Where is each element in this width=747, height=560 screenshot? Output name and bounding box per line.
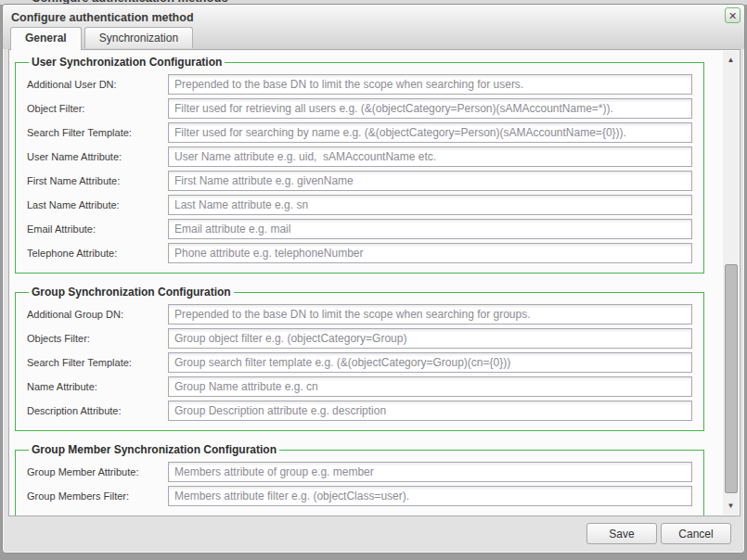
object-filter-input[interactable]: [168, 98, 692, 119]
field-row: Search Filter Template:: [27, 352, 692, 373]
field-row: Objects Filter:: [27, 328, 692, 349]
group-sync-section: Group Synchronization Configuration Addi…: [15, 286, 704, 431]
tab-general[interactable]: General: [10, 27, 82, 50]
tab-strip: General Synchronization: [10, 27, 193, 50]
group-search-filter-template-input[interactable]: [168, 352, 692, 373]
field-row: Search Filter Template:: [27, 122, 692, 143]
dialog-title-bar[interactable]: Configure authentication method ✕ Genera…: [3, 5, 744, 49]
field-label: Object Filter:: [27, 103, 168, 114]
configure-authentication-dialog: Configure authentication method ✕ Genera…: [2, 4, 745, 554]
field-label: Email Attribute:: [27, 223, 168, 235]
first-name-attribute-input[interactable]: [168, 171, 692, 191]
scroll-up-icon[interactable]: ▲: [723, 56, 739, 64]
group-member-sync-section: Group Member Synchronization Configurati…: [15, 443, 704, 516]
dialog-title: Configure authentication method: [11, 11, 194, 24]
field-row: Description Attribute:: [27, 401, 692, 421]
user-sync-legend: User Synchronization Configuration: [29, 56, 225, 69]
user-name-attribute-input[interactable]: [168, 146, 692, 167]
field-row: Additional User DN:: [27, 74, 692, 95]
close-button[interactable]: ✕: [725, 7, 741, 23]
field-label: Group Member Attribute:: [27, 466, 168, 477]
field-label: Additional Group DN:: [27, 309, 168, 320]
close-icon: ✕: [728, 10, 737, 21]
tab-synchronization[interactable]: Synchronization: [84, 27, 193, 48]
additional-group-dn-input[interactable]: [168, 304, 692, 325]
field-label: Search Filter Template:: [27, 357, 168, 368]
save-button[interactable]: Save: [586, 523, 657, 544]
field-label: First Name Attribute:: [27, 175, 168, 186]
general-tab-panel: User Synchronization Configuration Addit…: [8, 49, 741, 516]
field-label: Objects Filter:: [27, 333, 168, 344]
vertical-scrollbar[interactable]: ▲ ▼: [723, 51, 739, 515]
field-row: Object Filter:: [27, 98, 692, 119]
field-row: Group Member Attribute:: [27, 462, 692, 482]
search-filter-template-input[interactable]: [168, 122, 692, 143]
field-row: User Name Attribute:: [27, 146, 692, 167]
field-label: Description Attribute:: [27, 405, 168, 416]
group-members-filter-input[interactable]: [168, 486, 692, 506]
user-sync-section: User Synchronization Configuration Addit…: [15, 56, 704, 274]
field-label: Additional User DN:: [27, 79, 168, 90]
field-row: Telephone Attribute:: [27, 243, 692, 263]
field-label: Telephone Attribute:: [27, 248, 168, 259]
additional-user-dn-input[interactable]: [168, 74, 692, 95]
email-attribute-input[interactable]: [168, 219, 692, 239]
field-row: Email Attribute:: [27, 219, 692, 239]
field-label: Group Members Filter:: [27, 490, 168, 502]
group-sync-legend: Group Synchronization Configuration: [29, 286, 234, 299]
field-label: Search Filter Template:: [27, 127, 168, 138]
field-row: Group Members Filter:: [27, 486, 692, 506]
field-label: User Name Attribute:: [27, 151, 168, 162]
group-member-attribute-input[interactable]: [168, 462, 692, 482]
scroll-down-icon[interactable]: ▼: [723, 502, 739, 510]
field-row: First Name Attribute:: [27, 171, 692, 191]
field-label: Last Name Attribute:: [27, 199, 168, 210]
field-label: Name Attribute:: [27, 381, 168, 392]
telephone-attribute-input[interactable]: [168, 243, 692, 263]
group-name-attribute-input[interactable]: [168, 376, 692, 397]
scrollbar-thumb[interactable]: [725, 264, 738, 493]
group-description-attribute-input[interactable]: [168, 401, 692, 421]
cancel-button[interactable]: Cancel: [661, 523, 731, 544]
field-row: Name Attribute:: [27, 376, 692, 397]
last-name-attribute-input[interactable]: [168, 195, 692, 215]
field-row: Last Name Attribute:: [27, 195, 692, 215]
field-row: Additional Group DN:: [27, 304, 692, 325]
group-objects-filter-input[interactable]: [168, 328, 692, 349]
group-member-sync-legend: Group Member Synchronization Configurati…: [29, 443, 279, 456]
